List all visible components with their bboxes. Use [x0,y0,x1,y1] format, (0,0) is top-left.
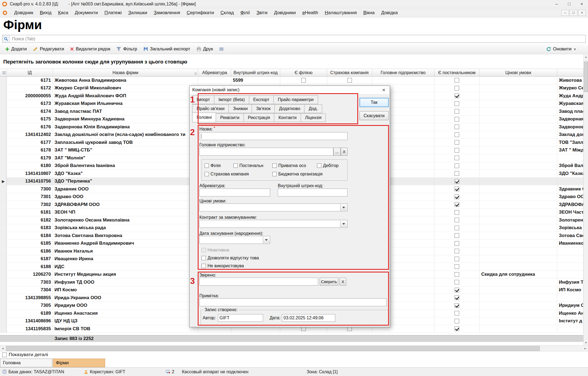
is-supplier-checkbox[interactable] [455,148,459,153]
is-supplier-checkbox[interactable] [455,156,459,160]
is-supplier-checkbox[interactable] [455,319,459,323]
is-supplier-checkbox[interactable] [455,295,459,300]
tab-connection[interactable]: Зв'язок [252,104,275,113]
menu-item-3[interactable]: Документи [72,10,101,16]
column-header-price-terms[interactable]: Цінові умови [480,69,557,77]
column-header-name[interactable]: Назва фірми△ [53,69,198,77]
founded-date-select[interactable] [199,236,270,244]
is-supplier-checkbox[interactable] [455,125,459,129]
tab-price-links[interactable]: Прайс-зв'язки [192,104,229,113]
name-input[interactable] [199,132,348,140]
scroll-down-icon[interactable]: ▼ [584,340,588,345]
ok-button[interactable]: Так [359,98,389,107]
is-supplier-checkbox[interactable] [455,288,459,292]
tab-firmy[interactable]: Фірми [53,359,105,367]
column-header-abbr[interactable]: Абревіатура [198,69,231,77]
tab-main[interactable]: Головні [192,113,216,122]
abbr-input[interactable] [199,189,270,196]
menu-item-1[interactable]: Вихід [36,10,55,16]
not-use-checkbox[interactable] [202,264,206,268]
is-insurance-checkbox[interactable] [347,78,352,83]
refresh-button[interactable]: Оновити ▾ [544,45,578,53]
is-supplier-checkbox[interactable] [455,280,459,284]
filter-button[interactable]: Фільтр [114,45,139,53]
search-icon[interactable] [2,35,10,43]
insurance-checkbox[interactable] [205,172,209,176]
is-supplier-checkbox[interactable] [455,132,459,137]
is-supplier-checkbox[interactable] [455,226,459,230]
tab-license[interactable]: Ліцензія [301,113,326,122]
menu-item-0[interactable]: Довідник [11,10,36,16]
is-branch-checkbox[interactable] [301,78,306,83]
is-supplier-checkbox[interactable] [455,93,459,98]
delete-row-button[interactable]: × Видалити рядок [68,45,113,53]
menu-item-6[interactable]: Замовлення [151,10,184,16]
is-supplier-checkbox[interactable] [455,218,459,222]
horizontal-scrollbar[interactable]: ◄ ► [0,345,588,351]
menu-item-2[interactable]: Каса [55,10,71,16]
cancel-button[interactable]: Скасувати [359,111,389,120]
branch-checkbox[interactable] [205,163,209,168]
is-supplier-checkbox[interactable] [455,140,459,145]
tab-price-params[interactable]: Прайс-параметри [273,95,318,104]
edit-button[interactable]: Редагувати [30,45,66,53]
menu-item-8[interactable]: Склад [217,10,237,16]
verify-button[interactable]: Сверить [320,278,338,286]
is-supplier-checkbox[interactable] [455,171,459,176]
mdi-minimize-button[interactable]: – [561,10,569,16]
is-supplier-checkbox[interactable] [455,179,459,184]
column-header-parent[interactable]: Головне підприємство [372,69,434,77]
tab-import-beta[interactable]: Імпорт (Beta) [214,95,249,104]
supplier-checkbox[interactable] [233,163,238,168]
tab-requisites[interactable]: Реквізити [216,113,243,122]
created-date-input[interactable]: 03.02.2025 12:49:06 [282,314,335,322]
menu-item-9[interactable]: Філії [237,10,253,16]
tab-discounts[interactable]: Знижки [229,104,252,113]
vertical-scroll-thumb[interactable] [584,62,588,92]
tab-import[interactable]: Імпорт [192,95,214,104]
note-input[interactable] [199,298,387,306]
maximize-button[interactable]: □ [563,0,575,8]
tab-holovna[interactable]: Головна [0,359,52,367]
debtor-checkbox[interactable] [317,163,321,168]
scroll-right-icon[interactable]: ► [583,345,588,351]
is-supplier-checkbox[interactable] [455,249,459,253]
barcode-input[interactable] [278,189,348,196]
is-supplier-checkbox[interactable] [455,264,459,269]
dropdown-icon[interactable] [340,204,347,211]
column-header-extra[interactable] [557,69,583,77]
budget-org-checkbox[interactable] [272,172,277,176]
menu-item-14[interactable]: Вікна [360,10,378,16]
is-supplier-checkbox[interactable] [455,241,459,246]
tab-contacts[interactable]: Контакти [274,113,301,122]
price-terms-select[interactable] [199,204,348,211]
is-supplier-checkbox[interactable] [455,202,459,207]
dialog-titlebar[interactable]: Компанія (новий запис) [190,86,390,94]
is-supplier-checkbox[interactable] [455,311,459,316]
dropdown-icon[interactable] [340,220,347,227]
search-input[interactable] [10,35,586,43]
parent-browse-button[interactable]: ... [333,148,341,156]
is-supplier-checkbox[interactable] [455,101,459,106]
menu-item-15[interactable]: Довідка [378,10,401,16]
is-supplier-checkbox[interactable] [455,272,459,277]
row-selector-header[interactable] [0,69,7,77]
is-supplier-checkbox[interactable] [455,257,459,261]
is-supplier-checkbox[interactable] [455,233,459,238]
parent-company-input[interactable] [199,148,333,156]
scroll-up-icon[interactable]: ▲ [584,54,588,59]
parent-clear-button[interactable]: X [341,148,348,156]
columns-button[interactable] [217,46,226,53]
tab-export[interactable]: Експорт [249,95,274,104]
private-person-checkbox[interactable] [272,163,277,168]
menu-item-10[interactable]: Звіти [253,10,271,16]
tab-additional[interactable]: Додатково [275,104,304,113]
close-button[interactable]: × [575,0,588,8]
contract-select[interactable] [199,220,348,228]
menu-item-12[interactable]: eHealth [299,10,322,16]
verify-clear-button[interactable]: X [340,278,346,286]
column-header-is-branch[interactable]: Є філією [280,69,327,77]
vertical-scrollbar[interactable]: ▲ ▼ [583,54,588,345]
tab-registration[interactable]: Реєстрація [243,113,275,122]
column-header-barcode[interactable]: Внутрішній штрих-код [231,69,280,77]
